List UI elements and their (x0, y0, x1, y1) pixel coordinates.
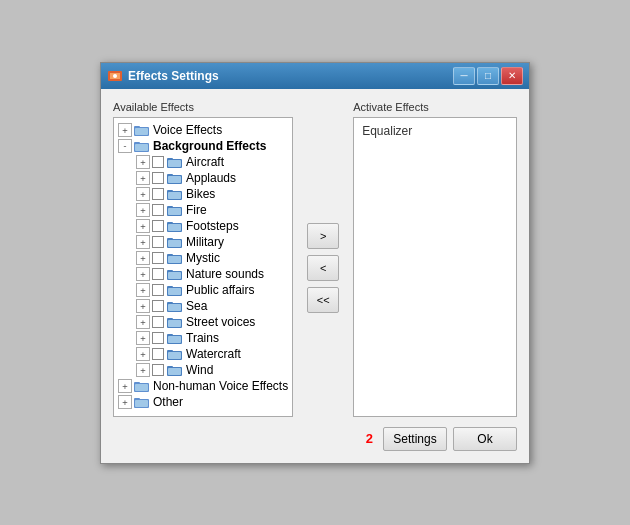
checkbox-wind[interactable] (152, 364, 164, 376)
checkbox-sea[interactable] (152, 300, 164, 312)
svg-rect-29 (168, 256, 181, 263)
svg-rect-56 (135, 400, 148, 407)
tree-item-military[interactable]: + Military (118, 234, 288, 250)
checkbox-aircraft[interactable] (152, 156, 164, 168)
ok-button[interactable]: Ok (453, 427, 517, 451)
expander-bikes[interactable]: + (136, 187, 150, 201)
folder-icon-watercraft (167, 348, 183, 360)
minimize-button[interactable]: ─ (453, 67, 475, 85)
tree-item-street-voices[interactable]: + Street voices (118, 314, 288, 330)
checkbox-street-voices[interactable] (152, 316, 164, 328)
checkbox-applauds[interactable] (152, 172, 164, 184)
expander-military[interactable]: + (136, 235, 150, 249)
right-panel: Activate Effects Equalizer (353, 101, 517, 417)
svg-rect-53 (135, 384, 148, 391)
expander-other[interactable]: + (118, 395, 132, 409)
tree-label-wind: Wind (186, 363, 213, 377)
add-button[interactable]: > (307, 223, 339, 249)
svg-rect-38 (168, 304, 181, 311)
expander-wind[interactable]: + (136, 363, 150, 377)
folder-icon-street-voices (167, 316, 183, 328)
remove-all-button[interactable]: << (307, 287, 339, 313)
expander-non-human[interactable]: + (118, 379, 132, 393)
folder-icon-public-affairs (167, 284, 183, 296)
tree-label-public-affairs: Public affairs (186, 283, 254, 297)
tree-item-wind[interactable]: + Wind (118, 362, 288, 378)
expander-aircraft[interactable]: + (136, 155, 150, 169)
tree-label-sea: Sea (186, 299, 207, 313)
expander-fire[interactable]: + (136, 203, 150, 217)
middle-buttons: > < << (301, 119, 345, 417)
tree-item-watercraft[interactable]: + Watercraft (118, 346, 288, 362)
folder-icon-applauds (167, 172, 183, 184)
expander-trains[interactable]: + (136, 331, 150, 345)
svg-rect-44 (168, 336, 181, 343)
tree-item-non-human[interactable]: + Non-human Voice Effects (118, 378, 288, 394)
expander-footsteps[interactable]: + (136, 219, 150, 233)
checkbox-footsteps[interactable] (152, 220, 164, 232)
tree-label-voice-effects: Voice Effects (153, 123, 222, 137)
active-item[interactable]: Equalizer (358, 122, 512, 140)
tree-item-aircraft[interactable]: + Aircraft (118, 154, 288, 170)
expander-public-affairs[interactable]: + (136, 283, 150, 297)
expander-mystic[interactable]: + (136, 251, 150, 265)
checkbox-public-affairs[interactable] (152, 284, 164, 296)
tree-item-applauds[interactable]: + Applauds (118, 170, 288, 186)
svg-rect-50 (168, 368, 181, 375)
tree-item-mystic[interactable]: + Mystic (118, 250, 288, 266)
tree-item-sea[interactable]: + Sea (118, 298, 288, 314)
checkbox-nature-sounds[interactable] (152, 268, 164, 280)
tree-label-non-human: Non-human Voice Effects (153, 379, 288, 393)
tree-item-other[interactable]: + Other (118, 394, 288, 410)
tree-item-bikes[interactable]: + Bikes (118, 186, 288, 202)
checkbox-watercraft[interactable] (152, 348, 164, 360)
svg-rect-41 (168, 320, 181, 327)
tree-label-mystic: Mystic (186, 251, 220, 265)
svg-rect-5 (135, 128, 148, 135)
remove-button[interactable]: < (307, 255, 339, 281)
tree-item-public-affairs[interactable]: + Public affairs (118, 282, 288, 298)
tree-label-other: Other (153, 395, 183, 409)
tree-label-background-effects: Background Effects (153, 139, 266, 153)
close-button[interactable]: ✕ (501, 67, 523, 85)
folder-icon-non-human (134, 380, 150, 392)
svg-point-2 (113, 74, 117, 78)
expander-sea[interactable]: + (136, 299, 150, 313)
tree-item-trains[interactable]: + Trains (118, 330, 288, 346)
folder-icon-nature-sounds (167, 268, 183, 280)
folder-icon-bikes (167, 188, 183, 200)
expander-background-effects[interactable]: - (118, 139, 132, 153)
tree-label-aircraft: Aircraft (186, 155, 224, 169)
tree-item-background-effects[interactable]: - Background Effects (118, 138, 288, 154)
maximize-button[interactable]: □ (477, 67, 499, 85)
window-body: Available Effects + Voice Effects- Backg… (101, 89, 529, 463)
settings-button[interactable]: Settings (383, 427, 447, 451)
expander-applauds[interactable]: + (136, 171, 150, 185)
available-effects-tree[interactable]: + Voice Effects- Background Effects+ Air… (113, 117, 293, 417)
svg-rect-32 (168, 272, 181, 279)
folder-icon-sea (167, 300, 183, 312)
tree-label-street-voices: Street voices (186, 315, 255, 329)
effects-settings-window: Effects Settings ─ □ ✕ Available Effects… (100, 62, 530, 464)
tree-label-military: Military (186, 235, 224, 249)
active-effects-list[interactable]: Equalizer (353, 117, 517, 417)
checkbox-mystic[interactable] (152, 252, 164, 264)
checkbox-trains[interactable] (152, 332, 164, 344)
expander-street-voices[interactable]: + (136, 315, 150, 329)
tree-item-nature-sounds[interactable]: + Nature sounds (118, 266, 288, 282)
tree-label-nature-sounds: Nature sounds (186, 267, 264, 281)
checkbox-fire[interactable] (152, 204, 164, 216)
folder-icon-mystic (167, 252, 183, 264)
tree-item-voice-effects[interactable]: + Voice Effects (118, 122, 288, 138)
left-panel: Available Effects + Voice Effects- Backg… (113, 101, 293, 417)
tree-item-footsteps[interactable]: + Footsteps (118, 218, 288, 234)
expander-voice-effects[interactable]: + (118, 123, 132, 137)
checkbox-bikes[interactable] (152, 188, 164, 200)
svg-rect-35 (168, 288, 181, 295)
folder-icon-military (167, 236, 183, 248)
tree-item-fire[interactable]: + Fire (118, 202, 288, 218)
checkbox-military[interactable] (152, 236, 164, 248)
svg-rect-47 (168, 352, 181, 359)
expander-nature-sounds[interactable]: + (136, 267, 150, 281)
expander-watercraft[interactable]: + (136, 347, 150, 361)
